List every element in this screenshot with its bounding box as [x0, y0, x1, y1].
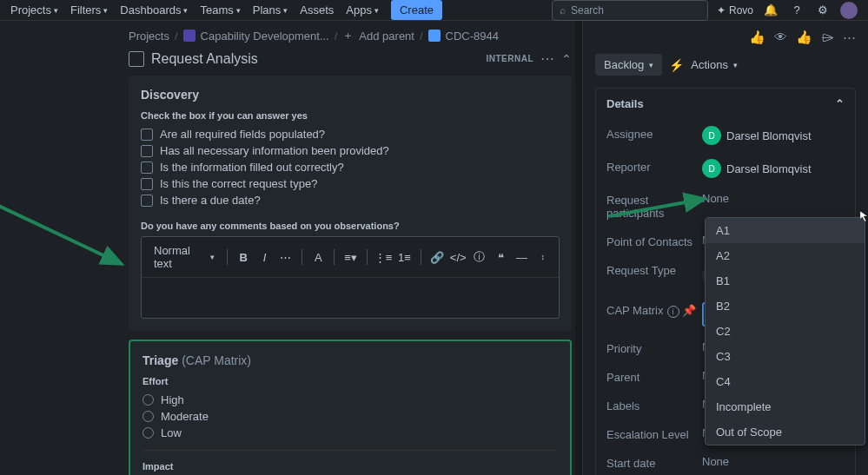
assignee-label: Assignee	[606, 126, 702, 141]
radio-icon[interactable]	[142, 427, 154, 439]
help-icon[interactable]: ?	[788, 2, 805, 19]
bold-icon[interactable]: B	[235, 247, 252, 267]
checkbox-icon[interactable]	[141, 162, 153, 174]
nav-assets[interactable]: Assets	[300, 3, 334, 16]
add-parent-link[interactable]: Add parent	[359, 30, 414, 43]
nav-projects[interactable]: Projects▾	[10, 3, 58, 16]
status-dropdown[interactable]: Backlog▾	[595, 54, 662, 76]
escalation-label: Escalation Level	[606, 426, 702, 441]
create-button[interactable]: Create	[391, 0, 442, 20]
settings-icon[interactable]: ⚙	[814, 2, 832, 19]
dropdown-option[interactable]: Out of Scope	[706, 419, 865, 445]
text-style-select[interactable]: Normal text▾	[149, 242, 220, 272]
req-participants-value[interactable]: None	[702, 192, 845, 205]
breadcrumb: Projects / Capability Development... / ＋…	[129, 28, 572, 43]
radio-option[interactable]: Moderate	[142, 408, 558, 425]
info-icon[interactable]: i	[667, 306, 679, 318]
vote-icon[interactable]: 👍	[796, 30, 812, 45]
radio-icon[interactable]	[142, 394, 154, 406]
code-icon[interactable]: </>	[449, 247, 467, 267]
discovery-heading: Discovery	[141, 88, 560, 102]
actions-dropdown[interactable]: Actions▾	[691, 58, 738, 71]
top-nav: Projects▾ Filters▾ Dashboards▾ Teams▾ Pl…	[0, 0, 868, 21]
checkbox-icon[interactable]	[141, 195, 153, 207]
dropdown-option[interactable]: C4	[706, 369, 865, 394]
checkbox-icon[interactable]	[141, 178, 153, 190]
check-item[interactable]: Is this the correct request type?	[141, 175, 560, 192]
dropdown-option[interactable]: Incomplete	[706, 394, 865, 419]
internal-badge: INTERNAL	[486, 54, 533, 63]
poc-label: Point of Contacts	[606, 234, 702, 248]
obs-heading: Do you have any comments based on you ob…	[141, 221, 560, 231]
rich-editor[interactable]: Normal text▾ B I ⋯ A ≡▾ ⋮≡ 1≡ 🔗 </> ⓘ	[141, 236, 560, 319]
dropdown-option[interactable]: C2	[706, 319, 865, 344]
dropdown-option[interactable]: A2	[706, 243, 865, 268]
rovo-button[interactable]: ✦Rovo	[717, 4, 753, 16]
discovery-card: Discovery Check the box if you can answe…	[129, 76, 572, 331]
pin-icon[interactable]: 📌	[682, 304, 696, 317]
nav-filters[interactable]: Filters▾	[70, 3, 108, 16]
collapse-icon[interactable]: ⌃	[561, 52, 572, 66]
details-panel: 👍 👁 👍 ⌲ ⋯ Backlog▾ ⚡ Actions▾ Details⌃ A…	[582, 21, 868, 475]
nav-dashboards[interactable]: Dashboards▾	[120, 3, 188, 16]
radio-icon[interactable]	[142, 411, 154, 422]
more-actions-icon[interactable]: ⋯	[843, 30, 856, 45]
svg-line-0	[0, 186, 122, 264]
nav-apps[interactable]: Apps▾	[346, 3, 379, 16]
start-date-label: Start date	[606, 455, 702, 470]
more-menu-icon[interactable]: ⋯	[540, 50, 554, 67]
reporter-value[interactable]: DDarsel Blomqvist	[702, 159, 845, 178]
dropdown-option[interactable]: B1	[706, 268, 865, 294]
reporter-label: Reporter	[606, 159, 702, 174]
details-header[interactable]: Details⌃	[596, 89, 855, 119]
plus-icon: ＋	[342, 28, 354, 43]
effort-label: Effort	[142, 376, 558, 386]
watch-icon[interactable]: 👁	[774, 30, 787, 45]
checkbox-icon[interactable]	[141, 129, 153, 141]
radio-option[interactable]: Low	[142, 425, 558, 441]
align-icon[interactable]: ≡▾	[341, 247, 359, 267]
italic-icon[interactable]: I	[255, 247, 273, 267]
triage-heading: Triage (CAP Matrix)	[142, 353, 558, 367]
profile-avatar[interactable]	[840, 2, 858, 19]
checkbox-icon[interactable]	[141, 145, 153, 157]
bc-ticket[interactable]: CDC-8944	[446, 30, 499, 43]
share-icon[interactable]: ⌲	[821, 30, 834, 45]
priority-label: Priority	[606, 340, 702, 355]
assignee-value[interactable]: DDarsel Blomqvist	[702, 126, 845, 145]
parent-label: Parent	[606, 369, 702, 384]
check-item[interactable]: Is the information filled out correctly?	[141, 159, 560, 175]
info-panel-icon[interactable]: ⓘ	[470, 247, 487, 267]
number-list-icon[interactable]: 1≡	[395, 247, 413, 267]
radio-option[interactable]: High	[142, 392, 558, 408]
document-icon	[129, 51, 144, 67]
bc-projects[interactable]: Projects	[129, 30, 169, 43]
text-color-icon[interactable]: A	[309, 247, 327, 267]
search-icon: ⌕	[560, 4, 566, 16]
dropdown-option[interactable]: B2	[706, 294, 865, 319]
nav-plans[interactable]: Plans▾	[253, 3, 288, 16]
issue-type-icon	[428, 30, 441, 42]
divider-icon[interactable]: —	[513, 247, 530, 267]
check-item[interactable]: Is there a due date?	[141, 192, 560, 208]
dropdown-option[interactable]: C3	[706, 344, 865, 369]
link-icon[interactable]: 🔗	[428, 247, 446, 267]
global-search[interactable]: ⌕Search	[552, 0, 708, 21]
impact-label: Impact	[142, 461, 558, 472]
start-date-value[interactable]: None	[702, 455, 845, 468]
mouse-cursor-icon	[859, 210, 868, 222]
notifications-icon[interactable]: 🔔	[762, 2, 779, 19]
feedback-icon[interactable]: 👍	[749, 30, 765, 45]
bc-project[interactable]: Capability Development...	[201, 30, 329, 43]
nav-teams[interactable]: Teams▾	[200, 3, 240, 16]
check-item[interactable]: Are all required fields populated?	[141, 126, 560, 142]
bullet-list-icon[interactable]: ⋮≡	[374, 247, 393, 267]
cap-matrix-label: CAP Matrixi 📌	[606, 302, 702, 318]
quote-icon[interactable]: ❝	[492, 247, 509, 267]
request-type-label: Request Type	[606, 262, 702, 277]
dropdown-option[interactable]: A1	[706, 218, 865, 243]
project-icon	[183, 30, 195, 42]
more-format-icon[interactable]: ⋯	[277, 247, 295, 267]
expand-icon[interactable]: ↕	[534, 247, 552, 267]
check-item[interactable]: Has all necessary information been provi…	[141, 142, 560, 159]
